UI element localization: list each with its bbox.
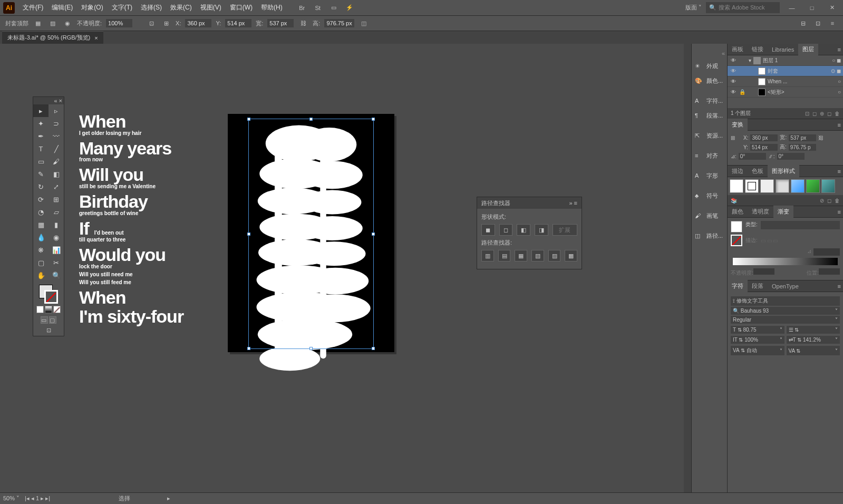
align-icon[interactable]: ⊟ [798,18,808,28]
y-input[interactable]: 514 px [225,19,251,27]
scale-tool[interactable]: ⤢ [49,180,64,193]
link-wh-icon[interactable]: ⛓ [298,18,308,28]
scrollbar-vertical[interactable] [684,44,691,492]
symbol-sprayer-tool[interactable]: ❋ [33,244,49,256]
tab-opentype[interactable]: OpenType [768,281,803,292]
grad-angle-input[interactable] [813,248,840,256]
tab-gradient[interactable]: 渐变 [773,206,793,218]
artboard-nav[interactable]: |◂ ◂ 1 ▸ ▸| [25,495,50,502]
layer-row[interactable]: 👁🔒<矩形>○ [728,87,843,98]
transform-menu-icon[interactable]: ≡ [836,122,843,128]
tab-links[interactable]: 链接 [748,44,768,55]
menu-window[interactable]: 窗口(W) [226,1,256,14]
zoom-tool[interactable]: 🔍 [49,269,64,282]
workspace-switcher[interactable]: 版面 ˅ [685,4,702,12]
transform-icon[interactable]: ⊡ [146,18,157,28]
align-panel-button[interactable]: ≡对齐 [692,148,727,163]
gradient-type-select[interactable] [761,221,840,229]
shear-input[interactable]: 0° [777,153,805,160]
tab-stroke[interactable]: 描边 [728,165,748,177]
fill-stroke-swatch[interactable] [39,285,58,304]
rotate-input[interactable]: 0° [739,153,766,160]
delete-style-icon[interactable]: 🗑 [835,198,840,203]
edit-contents-icon[interactable]: ▨ [47,18,58,28]
status-arrow-icon[interactable]: ▸ [167,495,170,502]
graphic-style-item[interactable] [730,179,743,193]
tab-artboards[interactable]: 画板 [728,44,748,55]
selection-tool[interactable]: ▸ [33,104,49,117]
tab-swatches[interactable]: 色板 [748,165,768,177]
type-tool[interactable]: T [33,142,49,155]
tab-graphic-styles[interactable]: 图形样式 [768,165,799,177]
slice-tool[interactable]: ✂ [49,256,64,269]
gpu-icon[interactable]: ⚡ [344,3,355,13]
gradient-slider[interactable] [733,258,838,265]
curvature-tool[interactable]: 〰 [49,130,64,142]
arrange-icon[interactable]: ▭ [328,3,339,13]
graphic-style-item[interactable] [745,179,759,193]
rotate-tool[interactable]: ↻ [33,180,49,193]
tab-character[interactable]: 字符 [728,280,748,292]
gradient-tool[interactable]: ▮ [49,218,64,231]
visibility-icon[interactable]: 👁 [730,79,737,84]
touch-type-button[interactable]: ⟟ 修饰文字工具 [731,296,840,306]
shape-builder-tool[interactable]: ◔ [33,206,49,218]
gstyle-library-icon[interactable]: 📚 [731,198,737,203]
menu-type[interactable]: 文字(T) [108,1,136,14]
shaper-tool[interactable]: ✎ [33,168,49,180]
tab-libraries[interactable]: Libraries [768,44,798,55]
menu-view[interactable]: 视图(V) [197,1,225,14]
gstyle-menu-icon[interactable]: ≡ [836,168,843,175]
new-sublayer-icon[interactable]: ⊕ [820,111,824,117]
graphic-style-item[interactable] [776,179,789,193]
brush-tool[interactable]: 🖌 [49,155,64,168]
menu-object[interactable]: 对象(O) [77,1,106,14]
search-stock[interactable]: 🔍 搜索 Adobe Stock [706,2,780,13]
pf-collapse-icon[interactable]: » [569,200,572,206]
intersect-button[interactable]: ◧ [517,224,530,236]
stroke-swatch[interactable] [44,290,58,304]
hand-tool[interactable]: ✋ [33,269,49,282]
screen-mode-full-icon[interactable]: ▢ [49,316,56,324]
paragraph-panel-button[interactable]: ¶段落... [692,108,727,123]
rectangle-tool[interactable]: ▭ [33,155,49,168]
reference-point-icon[interactable]: ⊞ [161,18,171,28]
unite-button[interactable]: ◼ [481,224,495,236]
char-menu-icon[interactable]: ≡ [836,283,843,289]
constrain-icon[interactable]: ◫ [358,18,369,28]
locate-layer-icon[interactable]: ⊡ [805,111,809,117]
visibility-icon[interactable]: 👁 [730,89,737,95]
menu-select[interactable]: 选择(S) [137,1,166,14]
tab-layers[interactable]: 图层 [798,44,818,55]
pathfinder-panel-button[interactable]: ◫路径... [692,228,727,243]
menu-effect[interactable]: 效果(C) [167,1,196,14]
screen-mode-normal-icon[interactable]: ▭ [41,316,48,324]
gradient-stroke-swatch[interactable] [731,235,742,246]
x-input[interactable]: 360 px [185,19,211,27]
new-style-icon[interactable]: ◻ [827,198,831,203]
transform-h-input[interactable]: 976.75 p [789,144,816,151]
font-family-select[interactable]: 🔍 Bauhaus 93˅ [731,307,840,315]
asset-panel-button[interactable]: ⇱资源... [692,128,727,143]
visibility-icon[interactable]: 👁 [730,57,737,63]
recolor-icon[interactable]: ◉ [62,18,73,28]
pen-tool[interactable]: ✒ [33,130,49,142]
w-input[interactable]: 537 px [267,19,294,27]
glyph-panel-button[interactable]: A字形 [692,168,727,183]
minimize-button[interactable]: — [784,3,800,13]
tab-transparency[interactable]: 透明度 [748,206,773,218]
tab-close-icon[interactable]: × [94,35,98,41]
vscale-input[interactable]: IT ⇅ 100%˅ [731,336,784,344]
strip-collapse-icon[interactable]: « [692,50,727,59]
color-panel-button[interactable]: 🎨颜色... [692,73,727,88]
maximize-button[interactable]: □ [804,3,820,13]
appearance-panel-button[interactable]: ☀外观 [692,59,727,73]
magic-wand-tool[interactable]: ✦ [33,117,49,130]
character-panel-button[interactable]: A字符... [692,93,727,108]
expand-button[interactable]: 扩展 [553,224,577,236]
gradient-menu-icon[interactable]: ≡ [836,209,843,215]
transform-y-input[interactable]: 514 px [750,144,778,151]
graphic-style-item[interactable] [821,179,835,193]
none-mode-icon[interactable] [53,306,61,313]
document-tab[interactable]: 未标题-3.ai* @ 50% (RGB/预览) × [2,31,103,44]
